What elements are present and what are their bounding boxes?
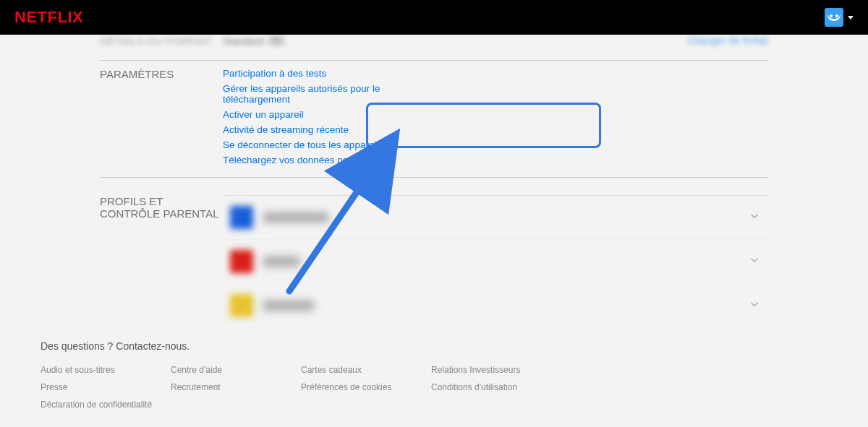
footer-link[interactable]: Relations Investisseurs <box>431 365 554 375</box>
chevron-down-icon <box>748 210 761 225</box>
settings-section-label: PARAMÈTRES <box>100 68 223 171</box>
footer-link[interactable]: Cartes cadeaux <box>301 365 424 375</box>
chevron-down-icon <box>748 298 761 314</box>
chevron-down-icon <box>748 254 761 269</box>
footer-link[interactable]: Conditions d'utilisation <box>431 382 554 392</box>
profile-row[interactable] <box>223 284 768 328</box>
profile-avatar <box>230 294 253 317</box>
plan-section-label: DÉTAILS DU FORFAIT <box>100 35 223 47</box>
link-sign-out-all-devices[interactable]: Se déconnecter de tous les appareils <box>223 139 768 150</box>
footer-link[interactable]: Audio et sous-titres <box>41 365 163 375</box>
profile-row[interactable] <box>223 196 768 240</box>
profile-name <box>263 256 299 267</box>
footer-links-grid: Audio et sous-titres Presse Déclaration … <box>41 365 827 410</box>
link-test-participation[interactable]: Participation à des tests <box>223 68 768 79</box>
caret-down-icon <box>848 16 854 20</box>
settings-section: PARAMÈTRES Participation à des tests Gér… <box>100 61 768 171</box>
avatar-icon <box>825 8 843 27</box>
footer-link[interactable]: Préférences de cookies <box>301 382 424 392</box>
profile-avatar <box>230 206 253 229</box>
header-bar: NETFLIX <box>0 0 868 35</box>
link-activate-device[interactable]: Activer un appareil <box>223 109 768 120</box>
settings-links: Participation à des tests Gérer les appa… <box>223 68 768 171</box>
plan-name: Standard <box>223 35 264 47</box>
profile-row[interactable] <box>223 240 768 284</box>
link-manage-download-devices[interactable]: Gérer les appareils autorisés pour le té… <box>223 83 382 105</box>
footer: Des questions ? Contactez-nous. Audio et… <box>0 323 868 427</box>
plan-details-row: DÉTAILS DU FORFAIT Standard HD Changer d… <box>100 35 768 54</box>
divider <box>100 177 768 178</box>
footer-link[interactable]: Presse <box>41 382 163 392</box>
change-plan-link[interactable]: Changer de forfait <box>687 35 768 47</box>
footer-link[interactable]: Centre d'aide <box>171 365 294 375</box>
footer-link[interactable]: Déclaration de confidentialité <box>41 400 163 410</box>
profile-name <box>263 212 328 223</box>
footer-contact[interactable]: Des questions ? Contactez-nous. <box>41 340 827 352</box>
profile-menu[interactable] <box>825 8 854 27</box>
profile-avatar <box>230 250 253 273</box>
netflix-logo[interactable]: NETFLIX <box>14 8 83 27</box>
account-content: DÉTAILS DU FORFAIT Standard HD Changer d… <box>100 35 768 371</box>
link-download-personal-data[interactable]: Téléchargez vos données personnelles <box>223 155 768 165</box>
profile-name <box>263 301 314 311</box>
hd-badge: HD <box>268 36 284 46</box>
footer-link[interactable]: Recrutement <box>171 382 294 392</box>
link-recent-streaming-activity[interactable]: Activité de streaming récente <box>223 124 768 135</box>
